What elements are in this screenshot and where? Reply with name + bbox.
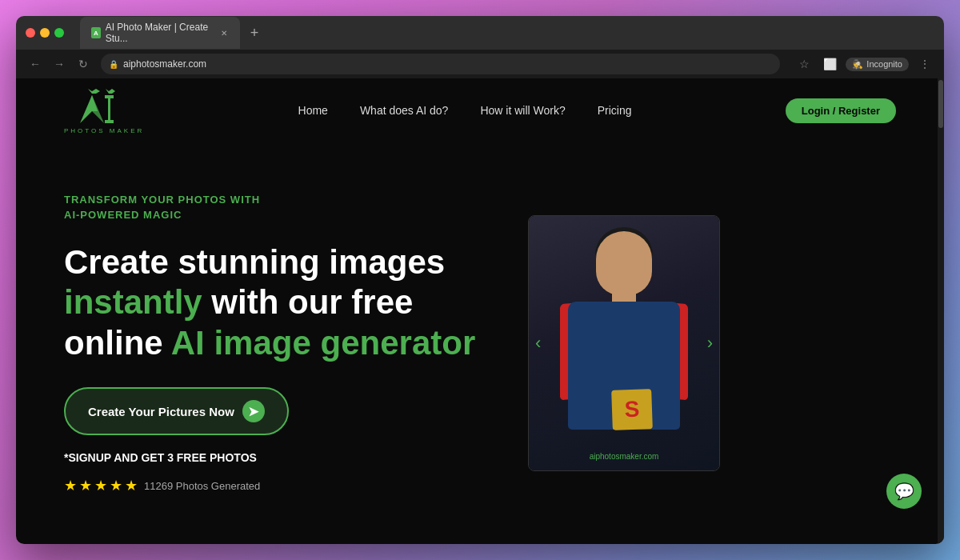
- nav-home[interactable]: Home: [298, 104, 328, 117]
- cta-arrow-icon: ➤: [242, 400, 265, 422]
- menu-button[interactable]: ⋮: [915, 54, 934, 74]
- svg-rect-5: [105, 120, 114, 123]
- new-tab-button[interactable]: +: [243, 22, 266, 44]
- image-prev-button[interactable]: ‹: [535, 333, 541, 354]
- title-highlight1: instantly: [64, 283, 202, 321]
- tab-title: AI Photo Maker | Create Stu...: [106, 22, 212, 44]
- title-highlight2: AI image generator: [171, 324, 475, 362]
- hero-subtitle: TRANSFORM YOUR PHOTOS WITH AI-POWERED MA…: [64, 192, 496, 223]
- incognito-badge: 🕵 Incognito: [846, 58, 909, 71]
- scrollbar[interactable]: [938, 78, 944, 544]
- minimize-window-button[interactable]: [40, 28, 50, 38]
- nav-what-ai[interactable]: What does AI do?: [360, 104, 449, 117]
- hero-image: S ‹ › aiphotosmaker.com: [528, 215, 720, 471]
- logo-svg: [76, 87, 132, 127]
- star-1: ★: [64, 477, 77, 494]
- subtitle-line1: TRANSFORM YOUR PHOTOS WITH: [64, 194, 260, 206]
- subtitle-line2: AI-POWERED MAGIC: [64, 209, 182, 221]
- superman-figure: S: [560, 231, 688, 455]
- star-3: ★: [94, 477, 107, 494]
- figure-face: [596, 231, 652, 295]
- svg-marker-2: [88, 89, 100, 94]
- navbar: PHOTOS MAKER Home What does AI do? How i…: [16, 78, 944, 142]
- browser-window: A AI Photo Maker | Create Stu... ✕ + ← →…: [16, 16, 944, 544]
- svg-marker-6: [106, 89, 115, 94]
- hero-section: TRANSFORM YOUR PHOTOS WITH AI-POWERED MA…: [16, 142, 944, 544]
- figure-body: S: [568, 302, 680, 430]
- back-button[interactable]: ←: [26, 54, 45, 74]
- hero-image-placeholder: S: [529, 216, 719, 470]
- maximize-window-button[interactable]: [54, 28, 64, 38]
- cta-button[interactable]: Create Your Pictures Now ➤: [64, 387, 289, 435]
- star-5: ★: [125, 477, 138, 494]
- figure-symbol: S: [611, 389, 653, 430]
- login-register-button[interactable]: Login / Register: [786, 98, 896, 123]
- title-part1: Create stunning images: [64, 243, 445, 281]
- hero-title: Create stunning images instantly with ou…: [64, 242, 496, 363]
- star-4: ★: [110, 477, 122, 494]
- hero-content: TRANSFORM YOUR PHOTOS WITH AI-POWERED MA…: [64, 192, 496, 494]
- close-window-button[interactable]: [26, 28, 35, 38]
- reload-button[interactable]: ↻: [74, 54, 93, 74]
- logo-text: PHOTOS MAKER: [64, 127, 144, 134]
- browser-addressbar: ← → ↻ 🔒 aiphotosmaker.com ☆ ⬜ 🕵 Incognit…: [16, 50, 944, 78]
- tab-close-button[interactable]: ✕: [219, 27, 229, 38]
- photos-count: 11269 Photos Generated: [144, 480, 260, 492]
- star-2: ★: [79, 477, 92, 494]
- cta-label: Create Your Pictures Now: [88, 405, 234, 418]
- forward-button[interactable]: →: [50, 54, 69, 74]
- tab-favicon: A: [91, 27, 101, 38]
- url-text: aiphotosmaker.com: [123, 58, 206, 70]
- browser-titlebar: A AI Photo Maker | Create Stu... ✕ +: [16, 16, 944, 50]
- browser-nav-buttons: ← → ↻: [26, 54, 93, 74]
- chat-icon: 💬: [894, 482, 914, 501]
- browser-tabs: A AI Photo Maker | Create Stu... ✕ +: [80, 17, 934, 49]
- url-bar[interactable]: 🔒 aiphotosmaker.com: [101, 54, 780, 74]
- image-watermark: aiphotosmaker.com: [590, 452, 659, 461]
- chat-button[interactable]: 💬: [886, 474, 922, 509]
- stars-row: ★ ★ ★ ★ ★ 11269 Photos Generated: [64, 477, 496, 494]
- signup-text: *SIGNUP AND GET 3 FREE PHOTOS: [64, 451, 496, 464]
- svg-rect-4: [105, 95, 114, 98]
- star-rating: ★ ★ ★ ★ ★: [64, 477, 138, 494]
- lock-icon: 🔒: [109, 60, 118, 69]
- traffic-lights: [26, 28, 64, 38]
- svg-rect-3: [108, 95, 110, 123]
- browser-actions: ☆ ⬜ 🕵 Incognito ⋮: [794, 54, 934, 74]
- bookmark-button[interactable]: ☆: [794, 54, 814, 74]
- website-content: PHOTOS MAKER Home What does AI do? How i…: [16, 78, 944, 544]
- nav-links: Home What does AI do? How it will Work? …: [298, 104, 632, 117]
- incognito-label: Incognito: [866, 59, 902, 69]
- nav-how-works[interactable]: How it will Work?: [480, 104, 565, 117]
- nav-pricing[interactable]: Pricing: [598, 104, 632, 117]
- extensions-button[interactable]: ⬜: [820, 54, 839, 74]
- svg-marker-1: [86, 95, 104, 123]
- scrollbar-thumb[interactable]: [938, 80, 943, 128]
- incognito-icon: 🕵: [852, 59, 863, 70]
- active-tab[interactable]: A AI Photo Maker | Create Stu... ✕: [80, 17, 240, 49]
- logo[interactable]: PHOTOS MAKER: [64, 87, 144, 134]
- image-next-button[interactable]: ›: [707, 333, 713, 354]
